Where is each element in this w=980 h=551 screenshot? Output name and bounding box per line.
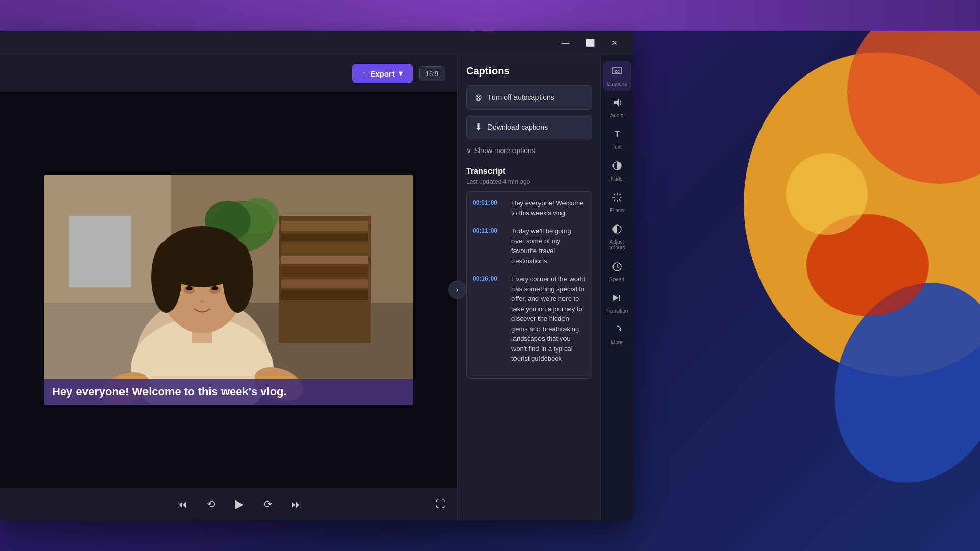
turn-off-label: Turn off autocaptions — [487, 93, 554, 102]
svg-point-32 — [200, 300, 205, 303]
svg-rect-52 — [619, 295, 620, 301]
video-caption-overlay: Hey everyone! Welcome to this week's vlo… — [44, 379, 413, 405]
video-toolbar: ↑ Export ▾ 16:9 — [0, 55, 457, 92]
sidebar-item-captions[interactable]: CC Captions — [603, 61, 631, 91]
svg-rect-14 — [281, 290, 368, 300]
window-controls: — ⬜ ✕ — [555, 35, 625, 51]
cc-off-icon: ⊗ — [475, 92, 482, 103]
maximize-icon: ⬜ — [586, 39, 595, 47]
sidebar-label: Captions — [607, 81, 627, 87]
video-content — [44, 175, 413, 405]
playback-controls: ⏮ ⟲ ▶ ⟳ ⏭ ⛶ — [0, 488, 457, 520]
skip-back-button[interactable]: ⏮ — [173, 495, 191, 513]
download-label: Download captions — [487, 123, 548, 131]
skip-back-icon: ⏮ — [177, 498, 187, 510]
svg-rect-9 — [281, 234, 368, 241]
sidebar-item-text[interactable]: T Text — [603, 124, 631, 154]
title-bar: — ⬜ ✕ — [0, 31, 633, 55]
svg-rect-11 — [281, 256, 368, 264]
download-icon: ⬇ — [475, 121, 482, 133]
rewind-icon: ⟲ — [207, 498, 215, 510]
close-button[interactable]: ✕ — [604, 35, 625, 51]
sidebar-label: Text — [612, 144, 621, 150]
sidebar-item-more[interactable]: More — [603, 320, 631, 349]
transcript-text: Hey everyone! Welcome to this week's vlo… — [511, 198, 585, 218]
fullscreen-button[interactable]: ⛶ — [436, 499, 445, 510]
filters-icon — [611, 192, 623, 206]
show-more-label: Show more options — [474, 146, 535, 155]
main-content: ↑ Export ▾ 16:9 — [0, 55, 633, 520]
transcript-entry[interactable]: 00:01:00 Hey everyone! Welcome to this w… — [473, 198, 585, 218]
svg-point-3 — [806, 214, 929, 316]
svg-text:T: T — [615, 130, 620, 138]
controls-center: ⏮ ⟲ ▶ ⟳ ⏭ — [173, 495, 306, 513]
svg-line-45 — [619, 199, 621, 201]
sidebar-label: Transition — [606, 308, 628, 314]
transcript-time: 00:11:00 — [473, 226, 505, 266]
more-icon — [611, 324, 623, 338]
export-dropdown-icon: ▾ — [399, 69, 403, 78]
sidebar-label: More — [611, 340, 623, 345]
rewind-button[interactable]: ⟲ — [202, 495, 220, 513]
sidebar-label: Filters — [610, 208, 624, 213]
captions-icon: CC — [611, 65, 623, 79]
sidebar-label: Fade — [611, 176, 623, 182]
sidebar-label: Adjust colours — [605, 239, 629, 251]
transition-icon — [611, 292, 623, 306]
svg-point-31 — [211, 286, 218, 290]
fullscreen-icon: ⛶ — [436, 499, 445, 509]
transcript-entry[interactable]: 00:11:00 Today we'll be going over some … — [473, 226, 585, 266]
aspect-ratio-badge: 16:9 — [419, 66, 445, 81]
captions-panel: Captions ⊗ Turn off autocaptions ⬇ Downl… — [457, 55, 600, 520]
sidebar-item-audio[interactable]: Audio — [603, 93, 631, 122]
sidebar-item-filters[interactable]: Filters — [603, 188, 631, 217]
text-icon: T — [611, 129, 623, 142]
sidebar-item-transition[interactable]: Transition — [603, 288, 631, 318]
transcript-last-updated: Last updated 4 min ago — [466, 178, 592, 185]
transcript-box[interactable]: 00:01:00 Hey everyone! Welcome to this w… — [466, 191, 592, 379]
video-preview: Hey everyone! Welcome to this week's vlo… — [0, 92, 457, 488]
sidebar-item-adjust-colours[interactable]: Adjust colours — [603, 219, 631, 255]
svg-line-47 — [614, 199, 615, 201]
svg-rect-19 — [69, 216, 131, 287]
svg-rect-12 — [281, 266, 368, 277]
transcript-time: 00:16:00 — [473, 274, 505, 364]
svg-line-51 — [617, 267, 619, 268]
play-icon: ▶ — [235, 497, 244, 511]
app-window: — ⬜ ✕ ↑ Export ▾ 16:9 — [0, 31, 633, 520]
export-button[interactable]: ↑ Export ▾ — [352, 64, 413, 83]
download-captions-button[interactable]: ⬇ Download captions — [466, 115, 592, 139]
maximize-button[interactable]: ⬜ — [580, 35, 600, 51]
chevron-right-icon: › — [456, 285, 458, 294]
skip-forward-button[interactable]: ⏭ — [287, 495, 306, 513]
svg-point-30 — [186, 286, 193, 290]
sidebar-icons: CC Captions Audio T Text Fade Filters Ad… — [600, 55, 633, 520]
captions-title: Captions — [466, 65, 592, 77]
audio-icon — [611, 97, 623, 111]
transcript-entry[interactable]: 00:16:00 Every corner of the world has s… — [473, 274, 585, 364]
show-more-options-button[interactable]: ∨ Show more options — [466, 144, 535, 157]
export-label: Export — [370, 69, 395, 78]
forward-button[interactable]: ⟳ — [259, 495, 277, 513]
svg-line-44 — [614, 194, 615, 195]
svg-point-0 — [708, 19, 980, 409]
sidebar-item-fade[interactable]: Fade — [603, 156, 631, 186]
minimize-button[interactable]: — — [555, 35, 576, 51]
sidebar-label: Audio — [610, 113, 624, 118]
captions-content: Captions ⊗ Turn off autocaptions ⬇ Downl… — [458, 55, 600, 520]
play-button[interactable]: ▶ — [230, 495, 249, 513]
caption-text: Hey everyone! Welcome to this week's vlo… — [52, 385, 287, 398]
svg-marker-53 — [613, 295, 619, 301]
sidebar-item-speed[interactable]: Speed — [603, 257, 631, 286]
svg-line-46 — [619, 194, 621, 195]
minimize-icon: — — [562, 39, 569, 47]
svg-point-4 — [786, 153, 868, 235]
svg-marker-37 — [614, 98, 619, 107]
adjust colours-icon — [611, 223, 623, 237]
export-upload-icon: ↑ — [362, 69, 366, 78]
fade-icon — [611, 160, 623, 174]
chevron-down-icon: ∨ — [466, 146, 471, 155]
panel-expand-button[interactable]: › — [448, 281, 467, 299]
video-area: ↑ Export ▾ 16:9 — [0, 55, 457, 520]
turn-off-autocaptions-button[interactable]: ⊗ Turn off autocaptions — [466, 85, 592, 110]
